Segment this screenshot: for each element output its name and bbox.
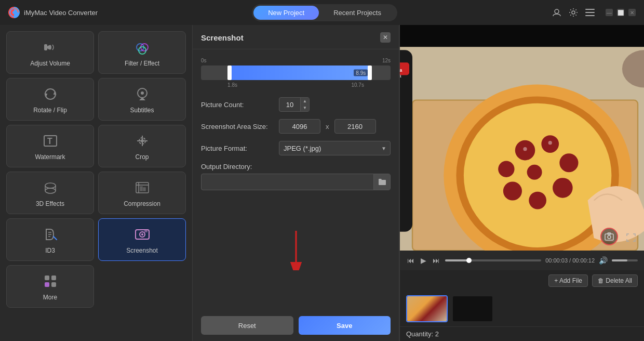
screenshot-width-input[interactable] [279,119,320,134]
settings-icon[interactable] [568,7,579,18]
id3-icon [41,225,60,244]
tool-crop[interactable]: Crop [98,125,186,167]
picture-count-spinners: ▲ ▼ [300,98,309,111]
save-button[interactable]: Save [299,316,391,335]
svg-text:Cola: Cola [400,73,401,78]
user-icon[interactable] [552,7,562,18]
maximize-button[interactable]: ⬜ [617,9,624,16]
svg-rect-37 [45,282,49,287]
tool-adjust-volume-label: Adjust Volume [30,60,70,67]
play-button[interactable]: ▶ [420,256,427,265]
svg-point-54 [527,165,542,180]
titlebar-left: iMyMac Video Converter [8,7,98,18]
skip-back-button[interactable]: ⏮ [406,256,415,265]
timeline-labels: 0s 12s [201,58,391,63]
svg-point-55 [523,147,527,151]
rotate-flip-icon [41,85,60,103]
timeline-track[interactable]: 8.9s [201,65,391,80]
output-dir-row: Output Directory: [201,163,391,190]
progress-thumb [466,258,472,263]
svg-rect-6 [585,15,595,16]
screenshot-overlay-button[interactable] [600,228,618,245]
svg-point-3 [572,11,575,14]
window-controls: — ⬜ ✕ [606,9,636,16]
tool-screenshot[interactable]: Screenshot [98,218,186,261]
picture-count-input[interactable] [279,101,300,109]
screenshot-area-label: Screenshot Area Size: [201,123,274,130]
video-controls: ⏮ ▶ ⏭ 00:00:03 / 00:00:12 🔊 [400,251,644,270]
svg-point-2 [555,9,559,14]
tool-adjust-volume[interactable]: Adjust Volume [6,31,94,74]
picture-count-down[interactable]: ▼ [301,104,309,111]
svg-point-51 [529,192,546,209]
fullscreen-overlay-button[interactable] [623,230,639,245]
tool-filter-effect-label: Filter / Effect [125,60,159,67]
titlebar-right: — ⬜ ✕ [552,7,636,18]
new-project-tab[interactable]: New Project [253,6,319,20]
tool-watermark-label: Watermark [35,153,65,161]
screenshot-dialog: Screenshot ✕ 0s 12s 8.9s 1.8s 10.7s [192,25,399,341]
dialog-body: 0s 12s 8.9s 1.8s 10.7s Picture Count: [193,49,399,310]
tool-crop-label: Crop [135,153,149,161]
progress-fill [445,259,469,261]
svg-text:T: T [47,137,52,146]
svg-rect-26 [140,187,142,191]
output-dir-folder-button[interactable] [373,174,390,190]
add-file-button[interactable]: + Add File [548,274,588,287]
delete-all-button[interactable]: 🗑 Delete All [592,274,638,287]
picture-count-input-group: ▲ ▼ [279,97,310,112]
dialog-header: Screenshot ✕ [193,25,399,49]
picture-format-label: Picture Format: [201,145,274,152]
filter-effect-icon [133,38,152,57]
volume-bar[interactable] [612,259,638,261]
output-dir-input[interactable] [202,178,373,186]
svg-rect-35 [45,276,49,280]
timeline-fill [230,65,370,80]
picture-count-up[interactable]: ▲ [301,98,309,104]
timeline-container: 0s 12s 8.9s 1.8s 10.7s [201,58,391,88]
skip-forward-button[interactable]: ⏭ [432,256,441,265]
tool-more-label: More [43,294,57,301]
dialog-close-button[interactable]: ✕ [380,32,391,43]
dialog-footer: Reset Save [193,310,399,341]
crop-icon [133,132,152,150]
screenshot-height-input[interactable] [334,119,376,134]
tool-id3[interactable]: ID3 [6,218,94,261]
svg-rect-36 [51,276,56,280]
picture-format-select-wrapper: JPEG (*.jpg) PNG (*.png) BMP (*.bmp) ▼ [279,141,391,155]
tab-switcher: New Project Recent Projects [252,4,397,21]
picture-count-row: Picture Count: ▲ ▼ [201,97,391,112]
menu-icon[interactable] [585,7,595,18]
volume-icon[interactable]: 🔊 [599,256,608,265]
progress-bar[interactable] [445,259,541,261]
thumbnail-1[interactable] [406,295,448,322]
tool-rotate-flip[interactable]: Rotate / Flip [6,78,94,121]
red-arrow [280,229,312,270]
minimize-button[interactable]: — [606,9,613,16]
app-title: iMyMac Video Converter [24,9,98,17]
close-button[interactable]: ✕ [628,9,636,16]
time-display: 00:00:03 / 00:00:12 [545,257,595,264]
svg-point-1 [12,11,16,14]
timeline-handle-right[interactable] [368,65,372,80]
size-separator: x [326,123,329,130]
tool-subtitles[interactable]: Subtitles [98,78,186,121]
tool-screenshot-label: Screenshot [126,247,158,254]
tool-3d-effects[interactable]: 3D Effects [6,172,94,214]
thumbnail-2[interactable] [452,295,493,322]
reset-button[interactable]: Reset [201,316,293,335]
svg-point-52 [503,181,522,200]
tool-compression[interactable]: Compression [98,172,186,214]
tool-more[interactable]: More [6,265,94,308]
tool-watermark[interactable]: T Watermark [6,125,94,167]
timeline-right-time: 10.7s [351,82,364,88]
adjust-volume-icon [41,38,60,57]
timeline-handle-left[interactable] [227,65,232,80]
screenshot-area-row: Screenshot Area Size: x [201,119,391,134]
picture-format-row: Picture Format: JPEG (*.jpg) PNG (*.png)… [201,141,391,155]
tool-filter-effect[interactable]: Filter / Effect [98,31,186,74]
svg-point-64 [608,235,611,239]
svg-point-56 [548,141,552,145]
picture-format-select[interactable]: JPEG (*.jpg) PNG (*.png) BMP (*.bmp) [279,141,391,155]
recent-projects-tab[interactable]: Recent Projects [319,6,396,20]
